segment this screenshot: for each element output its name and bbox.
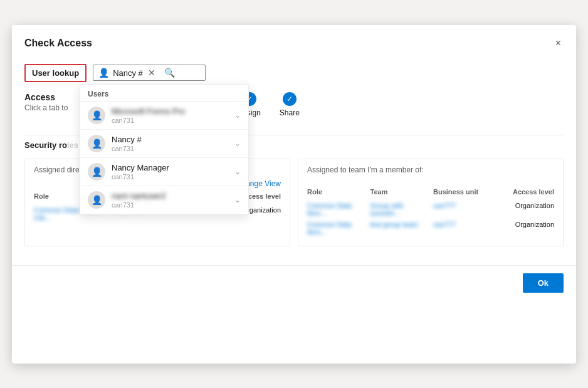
role-cell: Common Data Item... xyxy=(307,221,365,236)
chevron-down-icon: ⌄ xyxy=(234,196,241,204)
user-dropdown: Users 👤 Microsoft Forms Pro can731 ⌄ 👤 N… xyxy=(80,84,249,215)
team-table-header: Role Team Business unit Access level xyxy=(307,188,554,198)
dropdown-item-info: nant nantuser2 can731 xyxy=(112,191,234,209)
dropdown-item-info: Nancy Manager can731 xyxy=(112,163,234,181)
team-cell: test group team xyxy=(370,221,429,236)
dropdown-item-sub: can731 xyxy=(112,117,234,124)
user-lookup-label: User lookup xyxy=(24,64,87,82)
permission-share: ✓ Share xyxy=(280,92,300,117)
close-button[interactable]: × xyxy=(553,35,564,51)
dialog-title: Check Access xyxy=(24,38,92,49)
role-cell: Common Data Item... xyxy=(307,202,365,217)
chevron-down-icon: ⌄ xyxy=(234,111,241,120)
dropdown-item-name: nant nantuser2 xyxy=(112,191,234,201)
check-icon: ✓ xyxy=(283,92,297,106)
access-subtitle: Click a tab to xyxy=(24,103,75,112)
assigned-team-label: Assigned to team I'm a member of: xyxy=(307,165,554,174)
lookup-input-wrapper[interactable]: 👤 Nancy # ✕ 🔍 xyxy=(93,65,206,81)
dropdown-item[interactable]: 👤 Microsoft Forms Pro can731 ⌄ xyxy=(80,102,248,130)
dropdown-item-sub: can731 xyxy=(112,173,234,181)
lookup-input-text: Nancy # xyxy=(113,68,143,78)
dialog-body: User lookup 👤 Nancy # ✕ 🔍 Users 👤 Micros… xyxy=(12,58,576,259)
access-cell: Organization xyxy=(496,202,555,217)
dropdown-item[interactable]: 👤 nant nantuser2 can731 ⌄ xyxy=(80,186,248,214)
access-cell: Organization xyxy=(496,221,555,236)
table-row: Common Data Item... Group with sometin..… xyxy=(307,202,554,217)
access-title: Access xyxy=(24,92,75,102)
lookup-search-button[interactable]: 🔍 xyxy=(163,68,176,78)
permission-label: Share xyxy=(280,108,300,117)
chevron-down-icon: ⌄ xyxy=(234,167,241,176)
lookup-clear-button[interactable]: ✕ xyxy=(147,68,157,78)
dropdown-item-name: Nancy Manager xyxy=(112,163,234,172)
avatar: 👤 xyxy=(88,191,105,209)
team-cell: Group with sometin... xyxy=(370,202,429,217)
dropdown-list: 👤 Microsoft Forms Pro can731 ⌄ 👤 Nancy #… xyxy=(80,102,248,214)
table-row: Common Data Item... test group team can7… xyxy=(307,221,554,236)
bu-cell: can777 xyxy=(433,221,491,236)
dropdown-item[interactable]: 👤 Nancy Manager can731 ⌄ xyxy=(80,158,248,186)
dropdown-item-info: Microsoft Forms Pro can731 xyxy=(112,107,234,124)
dropdown-item-info: Nancy # can731 xyxy=(112,135,234,152)
dropdown-item-sub: can731 xyxy=(112,201,234,209)
col-team: Team xyxy=(370,188,429,196)
avatar: 👤 xyxy=(88,135,105,152)
person-icon: 👤 xyxy=(98,68,109,78)
avatar: 👤 xyxy=(88,107,105,124)
avatar: 👤 xyxy=(88,163,105,181)
dropdown-item[interactable]: 👤 Nancy # can731 ⌄ xyxy=(80,130,248,158)
dropdown-item-sub: can731 xyxy=(112,145,234,152)
dropdown-item-name: Microsoft Forms Pro xyxy=(112,107,234,116)
check-access-dialog: Check Access × User lookup 👤 Nancy # ✕ 🔍… xyxy=(12,25,576,364)
dialog-footer: Ok xyxy=(12,265,576,300)
chevron-down-icon: ⌄ xyxy=(234,139,241,148)
lookup-row: User lookup 👤 Nancy # ✕ 🔍 xyxy=(24,64,564,82)
col-role: Role xyxy=(307,188,365,196)
col-bu: Business unit xyxy=(433,188,491,196)
dropdown-header: Users xyxy=(80,85,248,102)
dropdown-item-name: Nancy # xyxy=(112,135,234,144)
ok-button[interactable]: Ok xyxy=(523,273,564,293)
bu-cell: can777 xyxy=(433,202,491,217)
col-access: Access level xyxy=(496,188,555,196)
dialog-header: Check Access × xyxy=(12,25,576,58)
team-roles-panel: Assigned to team I'm a member of: Role T… xyxy=(298,159,564,246)
access-section: Access Click a tab to xyxy=(24,92,75,118)
